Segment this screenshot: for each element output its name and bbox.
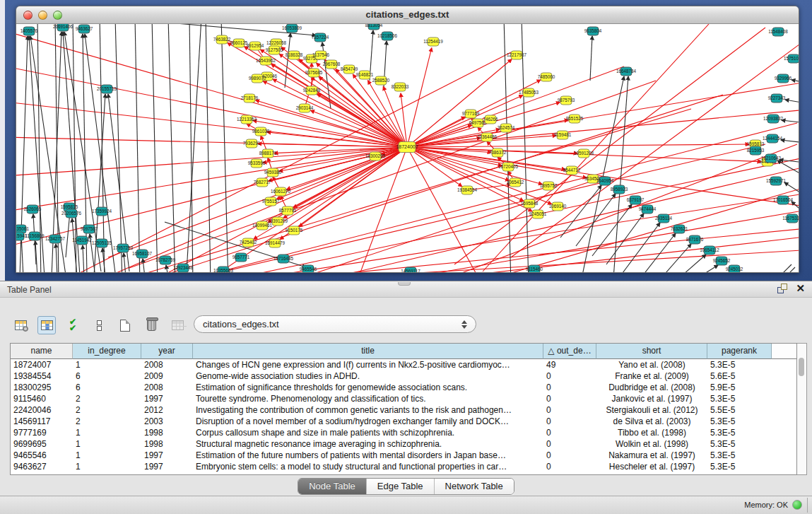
graph-node[interactable] xyxy=(302,265,314,273)
graph-node[interactable] xyxy=(787,214,798,223)
graph-node[interactable] xyxy=(472,119,483,127)
graph-edge[interactable] xyxy=(16,66,407,147)
tab-node-table[interactable]: Node Table xyxy=(298,479,367,494)
graph-edge[interactable] xyxy=(407,144,749,147)
graph-node[interactable] xyxy=(511,51,522,59)
graph-node[interactable] xyxy=(282,206,293,215)
graph-edge[interactable] xyxy=(179,144,765,273)
checkbox-list-icon[interactable] xyxy=(90,316,108,334)
graph-node[interactable] xyxy=(375,76,387,85)
table-row[interactable]: 1872400712008Changes of HCN gene express… xyxy=(11,359,796,370)
graph-node[interactable] xyxy=(299,104,310,112)
graph-node[interactable] xyxy=(315,51,326,59)
table-row[interactable]: 2242004622012Investigating the contribut… xyxy=(11,404,796,416)
graph-node[interactable] xyxy=(242,238,254,247)
graph-node[interactable] xyxy=(265,197,276,206)
graph-edge[interactable] xyxy=(582,76,624,273)
graph-edge[interactable] xyxy=(407,48,432,147)
graph-edge[interactable] xyxy=(100,24,105,273)
graph-node[interactable] xyxy=(235,253,247,262)
graph-edge[interactable] xyxy=(189,24,193,273)
graph-node[interactable] xyxy=(275,187,286,196)
table-row[interactable]: 911546021997Tourette syndrome. Phenomeno… xyxy=(11,393,796,404)
graph-edge[interactable] xyxy=(407,59,512,147)
graph-node[interactable] xyxy=(76,236,88,245)
graph-edge[interactable] xyxy=(66,212,70,257)
graph-node[interactable] xyxy=(233,39,245,47)
network-window-titlebar[interactable]: citations_edges.txt xyxy=(16,6,799,24)
graph-node[interactable] xyxy=(252,74,263,83)
graph-node[interactable] xyxy=(251,159,262,168)
graph-node[interactable] xyxy=(29,232,40,240)
graph-node[interactable] xyxy=(136,250,148,258)
graph-edge[interactable] xyxy=(186,24,201,273)
graph-node[interactable] xyxy=(257,178,268,187)
graph-node[interactable] xyxy=(543,182,554,190)
show-column-icon[interactable] xyxy=(37,316,56,334)
network-canvas[interactable]: 1872400774638229660125891295412226058912… xyxy=(16,24,799,273)
graph-node[interactable] xyxy=(260,57,271,65)
graph-node[interactable] xyxy=(620,67,632,76)
graph-node[interactable] xyxy=(777,196,789,204)
graph-node[interactable] xyxy=(689,235,700,244)
table-row[interactable]: 977716911998Corpus callosum shape and si… xyxy=(11,427,796,438)
delete-table-icon[interactable] xyxy=(142,316,160,334)
graph-node[interactable] xyxy=(765,154,777,163)
graph-edge[interactable] xyxy=(412,209,799,273)
graph-node[interactable] xyxy=(177,264,189,272)
table-row[interactable]: 1938455462009Genome-wide association stu… xyxy=(11,370,796,382)
table-row[interactable]: 969969511998Structural magnetic resonanc… xyxy=(11,438,796,450)
graph-node[interactable] xyxy=(566,166,577,175)
graph-node[interactable] xyxy=(729,265,740,273)
graph-edge[interactable] xyxy=(623,223,660,273)
graph-node[interactable] xyxy=(23,27,35,35)
graph-node[interactable] xyxy=(249,42,261,50)
tab-edge-table[interactable]: Edge Table xyxy=(367,479,435,494)
graph-node[interactable] xyxy=(500,124,512,132)
graph-edge[interactable] xyxy=(497,187,799,273)
graph-node[interactable] xyxy=(368,24,379,30)
graph-node[interactable] xyxy=(502,163,514,171)
graph-edge[interactable] xyxy=(85,34,115,273)
graph-node[interactable] xyxy=(481,133,493,141)
graph-node[interactable] xyxy=(770,177,782,185)
graph-node[interactable] xyxy=(532,210,543,218)
graph-edge[interactable] xyxy=(407,147,483,273)
graph-edge[interactable] xyxy=(785,100,799,105)
graph-node[interactable] xyxy=(96,207,107,216)
graph-node[interactable] xyxy=(587,27,599,35)
float-panel-icon[interactable] xyxy=(777,284,787,293)
table-select-dropdown[interactable]: citations_edges.txt xyxy=(194,315,476,333)
graph-edge[interactable] xyxy=(336,69,407,147)
graph-edge[interactable] xyxy=(590,36,592,81)
tab-network-table[interactable]: Network Table xyxy=(435,479,514,494)
graph-node[interactable] xyxy=(246,139,257,148)
new-file-icon[interactable] xyxy=(116,316,134,334)
graph-node[interactable] xyxy=(306,86,317,95)
graph-node[interactable] xyxy=(370,152,381,160)
graph-node[interactable] xyxy=(557,131,568,139)
graph-node[interactable] xyxy=(510,178,521,187)
column-header-title[interactable]: title xyxy=(193,344,543,359)
graph-node[interactable] xyxy=(428,37,439,46)
graph-node[interactable] xyxy=(96,239,107,247)
graph-edge[interactable] xyxy=(613,76,628,273)
graph-edge[interactable] xyxy=(638,233,676,273)
graph-node[interactable] xyxy=(49,235,61,243)
graph-edge[interactable] xyxy=(83,245,84,273)
column-header-in_degree[interactable]: in_degree xyxy=(73,344,141,359)
scrollbar-thumb[interactable] xyxy=(799,358,804,376)
close-panel-icon[interactable]: ✕ xyxy=(796,284,805,293)
table-row[interactable]: 946554611997Estimation of the future num… xyxy=(11,450,796,461)
graph-edge[interactable] xyxy=(407,147,462,187)
graph-edge[interactable] xyxy=(283,147,407,218)
graph-edge[interactable] xyxy=(560,185,601,238)
graph-node[interactable] xyxy=(529,265,540,273)
column-header-out_de[interactable]: △ out_de… xyxy=(543,344,596,359)
graph-node[interactable] xyxy=(587,175,599,183)
select-all-icon[interactable]: ✔✔ xyxy=(64,316,82,334)
graph-node[interactable] xyxy=(257,221,268,230)
graph-node[interactable] xyxy=(244,94,255,103)
table-mode-icon[interactable] xyxy=(11,316,30,334)
graph-node[interactable] xyxy=(569,115,580,123)
